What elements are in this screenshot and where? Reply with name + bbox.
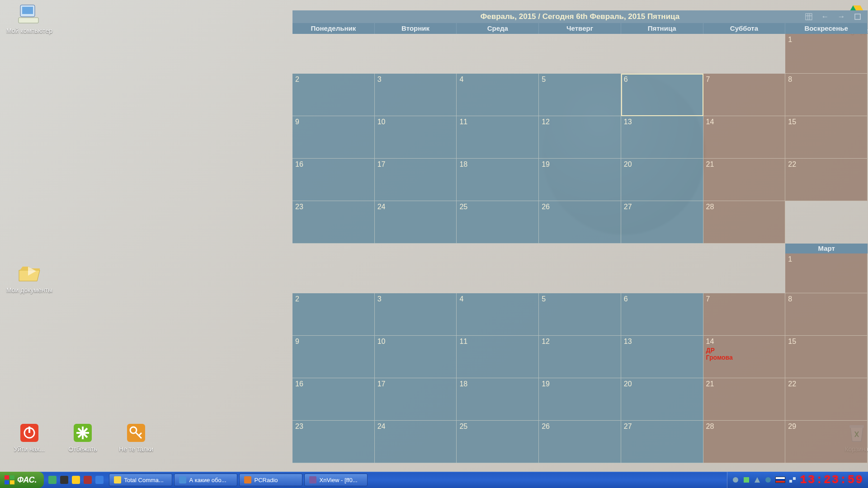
day-cell[interactable]: 3 <box>375 293 457 336</box>
day-cell[interactable]: 28 <box>703 421 786 463</box>
day-cell[interactable]: 5 <box>539 74 621 116</box>
day-cell[interactable]: 24 <box>375 201 457 244</box>
dow-label: Понедельник <box>292 23 375 34</box>
day-cell[interactable]: 29 <box>785 421 868 463</box>
day-cell[interactable]: 14ДРГромова <box>703 336 786 378</box>
svg-point-25 <box>733 477 738 483</box>
day-cell[interactable]: 8 <box>785 293 868 336</box>
day-cell[interactable]: 26 <box>539 421 621 463</box>
day-cell[interactable]: 11 <box>457 116 539 159</box>
day-cell[interactable]: 18 <box>457 159 539 201</box>
day-cell[interactable]: 19 <box>539 159 621 201</box>
taskbar-task[interactable]: XnView - [ff0... <box>304 474 368 486</box>
day-cell[interactable]: 2 <box>292 74 375 116</box>
svg-rect-28 <box>789 480 792 483</box>
day-cell[interactable]: 6 <box>621 293 703 336</box>
day-cell[interactable]: 15 <box>785 116 868 159</box>
tray-network-icon[interactable] <box>789 476 796 483</box>
day-cell[interactable]: 25 <box>457 201 539 244</box>
desktop-icon-my-documents[interactable]: Мои документы <box>0 263 59 294</box>
power-icon <box>16 422 42 444</box>
day-cell[interactable]: 10 <box>375 336 457 378</box>
task-label: XnView - [ff0... <box>319 477 357 483</box>
day-cell[interactable]: 12 <box>539 116 621 159</box>
day-cell[interactable]: 19 <box>539 378 621 421</box>
calendar-expand-button[interactable] <box>851 10 864 23</box>
computer-icon <box>16 4 42 25</box>
ql-icon[interactable] <box>95 476 104 484</box>
day-cell[interactable]: 7 <box>703 74 786 116</box>
desktop-icon-notes[interactable]: Не те талки <box>107 422 165 453</box>
task-app-icon <box>114 476 121 483</box>
taskbar-task[interactable]: А какие обо... <box>174 474 237 486</box>
taskbar-clock[interactable]: 13:23:59 <box>800 473 863 487</box>
day-cell[interactable]: 17 <box>375 378 457 421</box>
day-cell[interactable]: 4 <box>457 293 539 336</box>
day-cell[interactable]: 27 <box>621 421 703 463</box>
day-cell[interactable]: 12 <box>539 336 621 378</box>
day-cell[interactable]: 22 <box>785 378 868 421</box>
day-cell[interactable]: 3 <box>375 74 457 116</box>
desktop-icon-my-computer[interactable]: Мой компьютер <box>0 4 59 34</box>
day-cell[interactable]: 8 <box>785 74 868 116</box>
day-cell[interactable]: 21 <box>703 159 786 201</box>
day-cell[interactable]: 17 <box>375 159 457 201</box>
task-label: PCRadio <box>254 477 278 483</box>
day-cell[interactable]: 9 <box>292 116 375 159</box>
day-cell[interactable]: 23 <box>292 201 375 244</box>
day-cell[interactable]: 18 <box>457 378 539 421</box>
tray-icon[interactable] <box>743 476 750 483</box>
day-cell[interactable]: 15 <box>785 336 868 378</box>
day-cell[interactable]: 25 <box>457 421 539 463</box>
day-cell[interactable]: 20 <box>621 378 703 421</box>
day-cell[interactable]: 22 <box>785 159 868 201</box>
day-cell[interactable]: 7 <box>703 293 786 336</box>
day-cell[interactable]: 1 <box>785 34 868 74</box>
ql-icon[interactable] <box>60 476 68 484</box>
day-cell[interactable]: 14 <box>703 116 786 159</box>
day-cell[interactable]: 1 <box>785 253 868 293</box>
day-cell[interactable]: 6 <box>621 74 703 116</box>
desktop-icon-shutdown[interactable]: Уйти нах... <box>0 422 59 453</box>
calendar-event[interactable]: ДРГромова <box>706 347 783 361</box>
system-tray: 13:23:59 <box>727 472 868 488</box>
day-cell[interactable]: 13 <box>621 336 703 378</box>
day-cell[interactable]: 4 <box>457 74 539 116</box>
day-cell[interactable]: 27 <box>621 201 703 244</box>
start-label: ФАС. <box>17 475 37 485</box>
ql-icon[interactable] <box>72 476 80 484</box>
day-cell[interactable]: 11 <box>457 336 539 378</box>
task-label: А какие обо... <box>189 477 226 483</box>
tray-icon[interactable] <box>732 476 739 483</box>
prev-month-button[interactable]: ← <box>819 10 831 23</box>
desktop-icon-run[interactable]: Отбежать <box>53 422 112 453</box>
day-cell[interactable]: 20 <box>621 159 703 201</box>
tray-icon[interactable] <box>754 476 761 483</box>
day-cell[interactable]: 26 <box>539 201 621 244</box>
day-cell[interactable]: 10 <box>375 116 457 159</box>
day-cell[interactable]: 2 <box>292 293 375 336</box>
ql-icon[interactable] <box>84 476 92 484</box>
dow-label: Суббота <box>703 23 786 34</box>
day-cell[interactable]: 24 <box>375 421 457 463</box>
desktop-icon-label: Отбежать <box>53 446 112 453</box>
next-month-button[interactable]: → <box>835 10 848 23</box>
day-cell[interactable]: 5 <box>539 293 621 336</box>
day-of-week-row: Понедельник Вторник Среда Четверг Пятниц… <box>292 23 868 34</box>
tray-icon[interactable] <box>764 476 772 483</box>
calendar-grid-icon[interactable] <box>802 10 815 23</box>
day-cell[interactable]: 9 <box>292 336 375 378</box>
language-indicator[interactable] <box>775 477 785 483</box>
day-cell[interactable]: 21 <box>703 378 786 421</box>
svg-rect-1 <box>22 7 33 14</box>
ql-icon[interactable] <box>48 476 57 484</box>
day-cell[interactable]: 16 <box>292 159 375 201</box>
day-cell[interactable]: 23 <box>292 421 375 463</box>
start-button[interactable]: ФАС. <box>0 472 44 488</box>
calendar-month-mar-body: 234567891011121314ДРГромова1516171819202… <box>292 293 868 463</box>
day-cell[interactable]: 28 <box>703 201 786 244</box>
taskbar-task[interactable]: Total Comma... <box>109 474 172 486</box>
day-cell[interactable]: 13 <box>621 116 703 159</box>
day-cell[interactable]: 16 <box>292 378 375 421</box>
taskbar-task[interactable]: PCRadio <box>239 474 302 486</box>
